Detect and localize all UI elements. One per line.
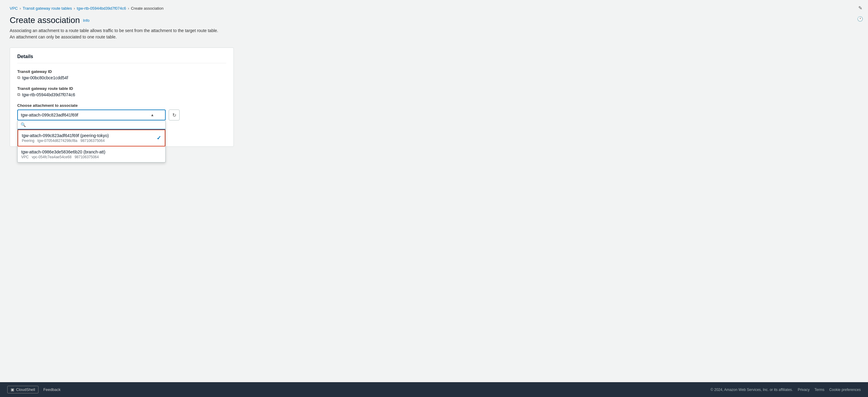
cloudshell-icon: ▣: [10, 387, 14, 392]
dropdown-item-2-title: tgw-attach-0986e3de5836e6b20 (branch-att…: [21, 150, 162, 154]
footer-right: © 2024, Amazon Web Services, Inc. or its…: [711, 388, 861, 392]
attachment-chooser-row: tgw-attach-099c823adf641f69f ▲ 🔍 tgw-att…: [17, 109, 226, 121]
history-icon[interactable]: 🕐: [856, 14, 864, 23]
feedback-link[interactable]: Feedback: [43, 387, 61, 392]
route-table-id-label: Transit gateway route table ID: [17, 86, 226, 91]
dropdown-item-1-gateway: tgw-07054d8274298cf8a: [37, 139, 77, 143]
breadcrumb-route-tables[interactable]: Transit gateway route tables: [23, 6, 72, 10]
dropdown-item-1-type: Peering: [22, 139, 34, 143]
cookie-link[interactable]: Cookie preferences: [829, 388, 861, 392]
info-link[interactable]: Info: [83, 18, 90, 23]
cloudshell-button[interactable]: ▣ CloudShell: [7, 386, 38, 393]
page-title-section: Create association Info: [10, 15, 287, 25]
dropdown-item-2-gateway: vpc-054fc7ea4ae54ce68: [32, 155, 71, 159]
privacy-link[interactable]: Privacy: [798, 388, 810, 392]
tgw-id-value: tgw-00bc80cbce1cdd54f: [22, 75, 68, 80]
breadcrumb-route-table-id[interactable]: tgw-rtb-05944bd39d7f074c6: [77, 6, 126, 10]
dropdown-item-1-meta: Peering tgw-07054d8274298cf8a 9871063750…: [22, 139, 161, 143]
footer: ▣ CloudShell Feedback © 2024, Amazon Web…: [0, 382, 868, 397]
breadcrumb: VPC › Transit gateway route tables › tgw…: [10, 6, 287, 10]
breadcrumb-vpc[interactable]: VPC: [10, 6, 18, 10]
dropdown-item-1-account: 987106375064: [81, 139, 105, 143]
cloudshell-label: CloudShell: [16, 387, 35, 392]
tgw-id-field: ⧉ tgw-00bc80cbce1cdd54f: [17, 75, 226, 80]
breadcrumb-sep-3: ›: [128, 6, 129, 10]
details-section-title: Details: [17, 54, 226, 63]
terms-link[interactable]: Terms: [814, 388, 825, 392]
route-table-id-field: ⧉ tgw-rtb-05944bd39d7f074c6: [17, 92, 226, 97]
breadcrumb-sep-2: ›: [74, 6, 75, 10]
dropdown-search-input[interactable]: [28, 122, 162, 127]
chevron-up-icon: ▲: [151, 113, 154, 117]
top-right-panel: ✎ 🕐: [852, 0, 868, 27]
refresh-button[interactable]: ↻: [169, 109, 180, 121]
dropdown-item-1[interactable]: tgw-attach-099c823adf641f69f (peering-to…: [18, 130, 165, 146]
dropdown-item-1-title: tgw-attach-099c823adf641f69f (peering-to…: [22, 133, 161, 138]
main-content: VPC › Transit gateway route tables › tgw…: [0, 0, 297, 382]
dropdown-item-2-type: VPC: [21, 155, 29, 159]
route-table-id-copy-icon[interactable]: ⧉: [17, 92, 20, 97]
page-description: Associating an attachment to a route tab…: [10, 28, 222, 40]
route-table-id-value: tgw-rtb-05944bd39d7f074c6: [22, 92, 75, 97]
page-title: Create association: [10, 15, 80, 25]
footer-left: ▣ CloudShell Feedback: [7, 386, 61, 393]
attachment-dropdown-panel: 🔍 tgw-attach-099c823adf641f69f (peering-…: [17, 121, 166, 163]
attachment-chooser-label: Choose attachment to associate: [17, 103, 226, 108]
attachment-dropdown-wrapper: tgw-attach-099c823adf641f69f ▲ 🔍 tgw-att…: [17, 109, 166, 121]
details-card: Details Transit gateway ID ⧉ tgw-00bc80c…: [10, 47, 234, 147]
search-icon: 🔍: [21, 122, 26, 127]
attachment-selected-value: tgw-attach-099c823adf641f69f: [21, 112, 78, 118]
breadcrumb-sep-1: ›: [20, 6, 21, 10]
tgw-id-copy-icon[interactable]: ⧉: [17, 75, 20, 80]
dropdown-search-row: 🔍: [18, 121, 165, 130]
selected-checkmark-icon: ✓: [157, 135, 161, 141]
dropdown-item-2-meta: VPC vpc-054fc7ea4ae54ce68 987106375064: [21, 155, 162, 159]
user-icon[interactable]: ✎: [856, 4, 864, 12]
dropdown-item-2[interactable]: tgw-attach-0986e3de5836e6b20 (branch-att…: [18, 146, 165, 162]
breadcrumb-current: Create association: [131, 6, 163, 10]
attachment-select-box[interactable]: tgw-attach-099c823adf641f69f ▲: [17, 109, 166, 121]
copyright-text: © 2024, Amazon Web Services, Inc. or its…: [711, 388, 793, 392]
dropdown-item-2-account: 987106375064: [74, 155, 99, 159]
tgw-id-label: Transit gateway ID: [17, 69, 226, 74]
